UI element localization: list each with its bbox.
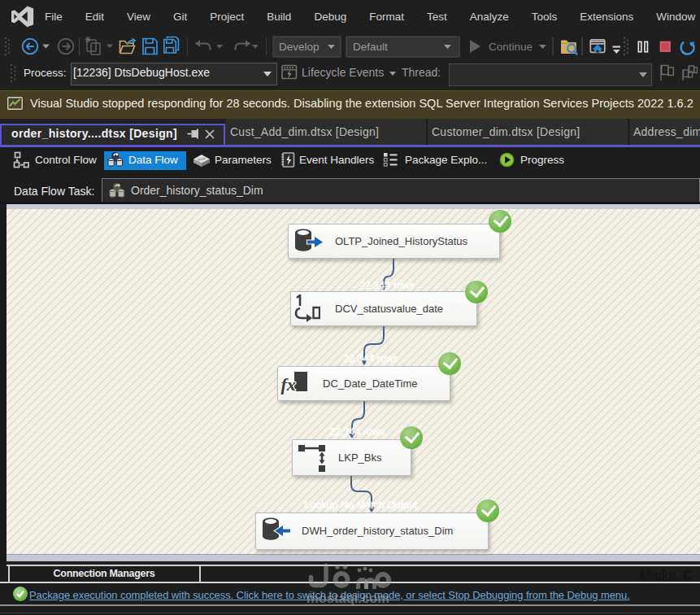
svg-text:Develop: Develop bbox=[279, 41, 320, 53]
svg-text:Default: Default bbox=[353, 41, 388, 53]
svg-text:Continue: Continue bbox=[489, 41, 533, 53]
svg-text:fx: fx bbox=[281, 374, 296, 395]
